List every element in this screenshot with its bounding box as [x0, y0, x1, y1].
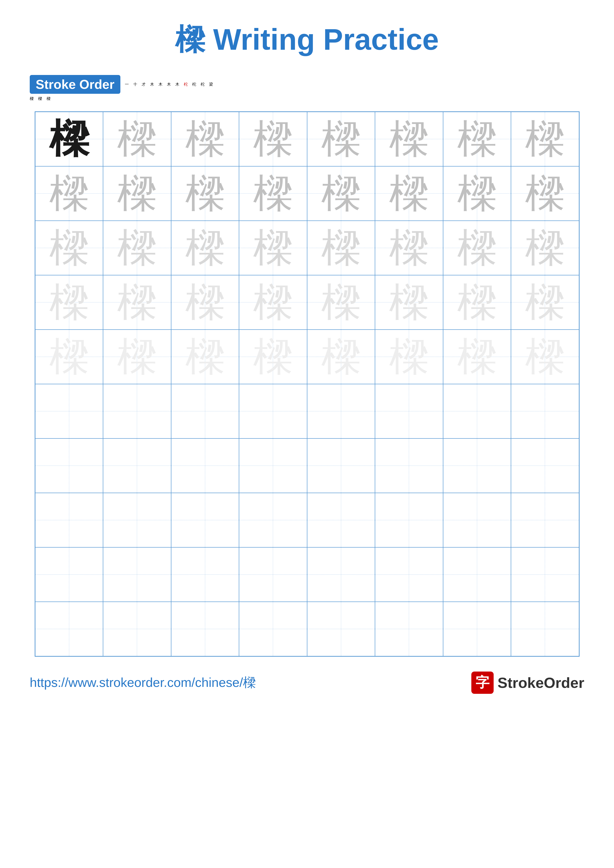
grid-cell[interactable] [35, 493, 103, 547]
grid-cell[interactable] [239, 602, 307, 656]
cell-character: 樑 [389, 119, 429, 159]
grid-cell[interactable] [103, 384, 171, 439]
grid-cell[interactable]: 樑 [511, 330, 579, 384]
grid-cell[interactable]: 樑 [35, 330, 103, 384]
grid-cell[interactable]: 樑 [375, 112, 443, 166]
grid-cell[interactable] [511, 602, 579, 656]
grid-cell[interactable] [511, 547, 579, 602]
grid-cell[interactable]: 樑 [375, 330, 443, 384]
grid-cell[interactable] [375, 602, 443, 656]
grid-cell[interactable]: 樑 [375, 221, 443, 275]
grid-cell[interactable] [307, 602, 375, 656]
grid-cell[interactable] [239, 493, 307, 547]
grid-cell[interactable] [239, 439, 307, 493]
grid-cell[interactable]: 樑 [103, 330, 171, 384]
grid-cell[interactable] [307, 547, 375, 602]
grid-cell[interactable]: 樑 [307, 112, 375, 166]
practice-grid: 樑樑樑樑樑樑樑樑樑樑樑樑樑樑樑樑樑樑樑樑樑樑樑樑樑樑樑樑樑樑樑樑樑樑樑樑樑樑樑樑 [35, 112, 580, 657]
grid-cell[interactable]: 樑 [375, 275, 443, 330]
grid-cell[interactable] [103, 547, 171, 602]
grid-cell[interactable]: 樑 [307, 330, 375, 384]
grid-cell[interactable] [443, 547, 511, 602]
grid-cell[interactable] [171, 602, 239, 656]
stroke-order-badge: Stroke Order [30, 75, 120, 94]
grid-cell[interactable] [375, 439, 443, 493]
grid-cell[interactable]: 樑 [443, 330, 511, 384]
grid-cell[interactable]: 樑 [239, 275, 307, 330]
grid-cell[interactable] [443, 439, 511, 493]
grid-cell[interactable] [103, 439, 171, 493]
grid-cell[interactable]: 樑 [307, 275, 375, 330]
grid-cell[interactable] [511, 384, 579, 439]
stroke-4: 木 [150, 82, 154, 87]
grid-cell[interactable] [307, 384, 375, 439]
cell-character: 樑 [389, 282, 429, 322]
grid-cell[interactable] [375, 493, 443, 547]
grid-cell[interactable]: 樑 [511, 112, 579, 166]
grid-cell[interactable] [35, 602, 103, 656]
grid-cell[interactable]: 樑 [171, 221, 239, 275]
grid-cell[interactable] [171, 493, 239, 547]
grid-cell[interactable] [307, 439, 375, 493]
grid-cell[interactable]: 樑 [307, 166, 375, 221]
grid-cell[interactable]: 樑 [35, 275, 103, 330]
stroke-13: 樑 [38, 96, 42, 101]
grid-cell[interactable]: 樑 [443, 221, 511, 275]
grid-cell[interactable]: 樑 [103, 275, 171, 330]
grid-cell[interactable] [375, 384, 443, 439]
grid-cell[interactable] [103, 493, 171, 547]
grid-cell[interactable]: 樑 [35, 166, 103, 221]
grid-cell[interactable]: 樑 [443, 166, 511, 221]
grid-cell[interactable]: 樑 [103, 166, 171, 221]
grid-cell[interactable]: 樑 [511, 166, 579, 221]
stroke-6: 木 [167, 82, 171, 87]
stroke-order-section: Stroke Order 一 十 才 木 木 木 木 柁 柁 柁 梁 樑 樑 樑 [30, 75, 584, 101]
grid-cell[interactable]: 樑 [239, 221, 307, 275]
grid-cell[interactable]: 樑 [35, 221, 103, 275]
grid-cell[interactable] [511, 493, 579, 547]
grid-cell[interactable]: 樑 [375, 166, 443, 221]
grid-cell[interactable] [239, 547, 307, 602]
cell-character: 樑 [185, 282, 225, 322]
logo-char: 字 [476, 673, 490, 692]
grid-cell[interactable]: 樑 [307, 221, 375, 275]
grid-cell[interactable] [35, 384, 103, 439]
grid-cell[interactable] [103, 602, 171, 656]
grid-cell[interactable]: 樑 [511, 275, 579, 330]
grid-cell[interactable]: 樑 [103, 221, 171, 275]
grid-cell[interactable]: 樑 [239, 112, 307, 166]
footer-brand-name: StrokeOrder [497, 674, 584, 691]
grid-cell[interactable] [443, 384, 511, 439]
grid-cell[interactable] [511, 439, 579, 493]
grid-cell[interactable] [239, 384, 307, 439]
grid-cell[interactable]: 樑 [103, 112, 171, 166]
grid-cell[interactable]: 樑 [239, 166, 307, 221]
grid-cell[interactable] [443, 493, 511, 547]
stroke-12: 樑 [30, 96, 34, 101]
grid-cell[interactable] [375, 547, 443, 602]
grid-cell[interactable] [171, 439, 239, 493]
page-title: 樑 Writing Practice [175, 20, 439, 60]
grid-cell[interactable]: 樑 [443, 112, 511, 166]
grid-cell[interactable]: 樑 [171, 112, 239, 166]
grid-cell[interactable] [171, 384, 239, 439]
grid-cell[interactable]: 樑 [171, 275, 239, 330]
cell-character: 樑 [117, 174, 157, 213]
cell-character: 樑 [253, 119, 293, 159]
grid-cell[interactable]: 樑 [171, 330, 239, 384]
grid-cell[interactable]: 樑 [443, 275, 511, 330]
grid-cell[interactable]: 樑 [35, 112, 103, 166]
grid-cell[interactable] [35, 547, 103, 602]
title-text: Writing Practice [213, 23, 438, 56]
grid-cell[interactable]: 樑 [171, 166, 239, 221]
stroke-14: 樑 [47, 96, 51, 101]
grid-cell[interactable]: 樑 [511, 221, 579, 275]
cell-character: 樑 [457, 174, 497, 213]
footer-url[interactable]: https://www.strokeorder.com/chinese/樑 [30, 674, 256, 691]
grid-cell[interactable] [307, 493, 375, 547]
grid-cell[interactable] [171, 547, 239, 602]
grid-cell[interactable] [443, 602, 511, 656]
cell-character: 樑 [49, 119, 89, 159]
grid-cell[interactable]: 樑 [239, 330, 307, 384]
grid-cell[interactable] [35, 439, 103, 493]
